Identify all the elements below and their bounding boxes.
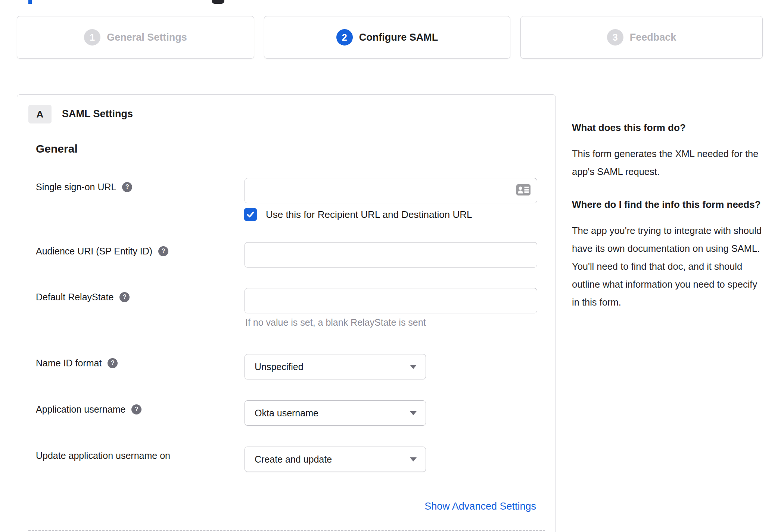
- help-icon[interactable]: ?: [119, 292, 130, 302]
- help-icon[interactable]: ?: [131, 404, 141, 414]
- update-username-select[interactable]: Create and update: [245, 447, 426, 472]
- help-icon[interactable]: ?: [122, 182, 132, 192]
- name-id-format-select[interactable]: Unspecified: [245, 354, 426, 379]
- help-icon[interactable]: ?: [108, 358, 118, 368]
- app-username-label-row: Application username ?: [36, 403, 141, 416]
- step-configure-saml[interactable]: 2 Configure SAML: [264, 16, 510, 59]
- recipient-url-checkbox-label: Use this for Recipient URL and Destinati…: [266, 208, 472, 221]
- step-feedback[interactable]: 3 Feedback: [520, 16, 763, 59]
- audience-uri-input[interactable]: [245, 242, 537, 267]
- help-heading-2: Where do I find the info this form needs…: [572, 195, 763, 213]
- audience-uri-label: Audience URI (SP Entity ID): [36, 246, 152, 257]
- section-dashed-divider: [28, 530, 545, 531]
- update-username-value: Create and update: [255, 454, 332, 465]
- relaystate-hint: If no value is set, a blank RelayState i…: [245, 317, 426, 328]
- sso-url-label: Single sign-on URL: [36, 182, 116, 193]
- name-id-format-label: Name ID format: [36, 358, 102, 369]
- saml-setup-wizard-screen: 1 General Settings 2 Configure SAML 3 Fe…: [0, 0, 781, 532]
- help-body-1: This form generates the XML needed for t…: [572, 145, 763, 181]
- saml-settings-panel: A SAML Settings General Single sign-on U…: [17, 94, 556, 532]
- help-heading-1: What does this form do?: [572, 119, 763, 137]
- name-id-format-label-row: Name ID format ?: [36, 357, 118, 369]
- section-a-badge: A: [28, 105, 52, 123]
- relaystate-label: Default RelayState: [36, 292, 113, 303]
- app-username-value: Okta username: [255, 408, 318, 419]
- chevron-down-icon: [410, 411, 417, 415]
- help-body-2: The app you're trying to integrate with …: [572, 222, 763, 311]
- contact-card-icon: [516, 184, 530, 197]
- step-label: General Settings: [107, 32, 187, 43]
- step-label: Feedback: [630, 32, 676, 43]
- show-advanced-settings-link[interactable]: Show Advanced Settings: [424, 501, 536, 512]
- step-number-badge: 1: [84, 29, 100, 46]
- checkmark-icon: [246, 210, 255, 219]
- update-username-label: Update application username on: [36, 450, 170, 461]
- update-username-label-row: Update application username on: [36, 449, 170, 462]
- step-number-badge: 2: [336, 29, 353, 46]
- clipped-logo-fragment: [212, 0, 224, 4]
- relaystate-label-row: Default RelayState ?: [36, 291, 130, 303]
- sso-url-input[interactable]: [245, 178, 537, 203]
- help-icon[interactable]: ?: [158, 246, 168, 256]
- panel-title: SAML Settings: [62, 108, 133, 120]
- relaystate-input[interactable]: [245, 288, 537, 313]
- sso-url-label-row: Single sign-on URL ?: [36, 181, 132, 193]
- general-section-heading: General: [36, 143, 78, 155]
- step-label: Configure SAML: [359, 32, 438, 43]
- app-username-label: Application username: [36, 404, 125, 415]
- chevron-down-icon: [410, 457, 417, 461]
- step-number-badge: 3: [607, 29, 623, 46]
- help-sidebar: What does this form do? This form genera…: [572, 119, 763, 326]
- sso-url-input-wrap: [245, 178, 537, 203]
- chevron-down-icon: [410, 365, 417, 369]
- app-username-select[interactable]: Okta username: [245, 400, 426, 426]
- recipient-url-checkbox[interactable]: [244, 208, 257, 221]
- audience-uri-label-row: Audience URI (SP Entity ID) ?: [36, 245, 168, 257]
- name-id-format-value: Unspecified: [255, 362, 304, 372]
- step-general-settings[interactable]: 1 General Settings: [17, 16, 254, 59]
- clipped-header-fragment: [28, 0, 32, 4]
